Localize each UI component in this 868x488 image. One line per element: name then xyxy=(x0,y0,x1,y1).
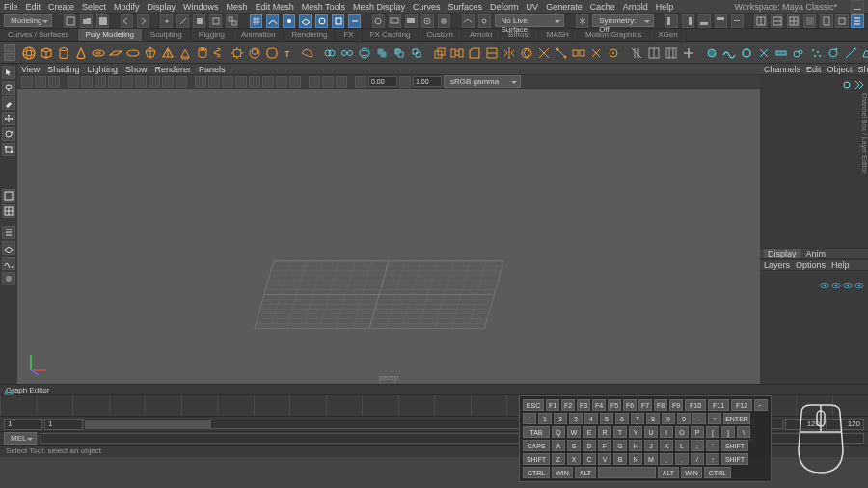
sidebar-attr-icon[interactable] xyxy=(820,14,833,28)
shelf-editor-icon[interactable] xyxy=(4,44,15,52)
menu-create[interactable]: Create xyxy=(48,2,74,12)
tool-settings-icon[interactable] xyxy=(841,79,853,91)
layout-single-icon[interactable] xyxy=(2,189,15,203)
sculpt-relax-icon[interactable] xyxy=(739,44,754,62)
motion-blur-icon[interactable] xyxy=(276,76,287,88)
smooth-shade-icon[interactable] xyxy=(208,76,220,88)
poly-sphere-icon[interactable] xyxy=(21,44,37,62)
tab-motiongraphics[interactable]: Motion Graphics xyxy=(578,29,650,41)
boolean-diff-icon[interactable] xyxy=(392,44,407,62)
menu-windows[interactable]: Windows xyxy=(183,2,219,12)
shelf-trash-icon[interactable] xyxy=(4,53,15,61)
scale-tool-icon[interactable] xyxy=(2,143,15,156)
poly-torus-icon[interactable] xyxy=(91,44,106,62)
render-ipr-icon[interactable] xyxy=(405,14,418,28)
detach-icon[interactable] xyxy=(571,44,586,62)
tab-polymodeling[interactable]: Poly Modeling xyxy=(78,29,143,41)
script-type-dropdown[interactable]: MEL xyxy=(4,432,37,445)
boolean-union-icon[interactable] xyxy=(374,44,390,62)
menu-meshtools[interactable]: Mesh Tools xyxy=(302,2,345,12)
channels-edit[interactable]: Edit xyxy=(806,65,822,74)
snap-point-icon[interactable] xyxy=(283,14,295,28)
menu-select[interactable]: Select xyxy=(82,2,106,12)
hypershade-icon[interactable] xyxy=(438,14,450,28)
circularize-icon[interactable] xyxy=(519,44,534,62)
symmetry-dropdown[interactable]: Symmetry: Off xyxy=(592,14,654,27)
persp-icon[interactable] xyxy=(2,241,15,255)
symmetry-icon[interactable] xyxy=(576,14,588,28)
camera-lock-icon[interactable] xyxy=(35,76,46,88)
poly-superellipse-icon[interactable] xyxy=(264,44,280,62)
eye-icon[interactable] xyxy=(854,282,864,289)
sculpt-grab-icon[interactable] xyxy=(704,44,719,62)
lasso-tool-icon[interactable] xyxy=(2,81,15,95)
attribute-editor-icon[interactable] xyxy=(854,79,865,91)
two-side-icon[interactable] xyxy=(81,76,93,88)
gamma-value[interactable]: 1.00 xyxy=(413,76,442,87)
new-scene-icon[interactable] xyxy=(64,14,76,28)
min-line-icon[interactable] xyxy=(731,14,744,28)
workspace-dropdown[interactable]: Maya Classic* xyxy=(782,2,837,12)
sculpt-pinch-icon[interactable] xyxy=(756,44,772,62)
tab-animation[interactable]: Animation xyxy=(233,29,285,41)
snap-curve-icon[interactable] xyxy=(266,14,279,28)
vp-shading[interactable]: Shading xyxy=(47,65,79,74)
poly-soccer-icon[interactable] xyxy=(247,44,262,62)
layers-options[interactable]: Options xyxy=(796,260,826,270)
menu-file[interactable]: File xyxy=(4,2,18,12)
eye-icon[interactable] xyxy=(820,282,829,289)
playback-start-field[interactable]: 1 xyxy=(44,419,83,430)
separate-icon[interactable] xyxy=(339,44,355,62)
snap-live-icon[interactable] xyxy=(315,14,328,28)
minimize-icon[interactable] xyxy=(851,0,864,14)
move-tool-icon[interactable] xyxy=(2,112,15,125)
tab-custom[interactable]: Custom xyxy=(419,29,462,41)
exposure-icon[interactable] xyxy=(355,76,366,88)
hypershade-toggle-icon[interactable] xyxy=(2,272,15,285)
sculpt-scrape-icon[interactable] xyxy=(860,44,868,62)
layout-a-icon[interactable] xyxy=(754,14,767,28)
view-transform-dropdown[interactable]: sRGB gamma xyxy=(444,75,521,88)
layout-d-icon[interactable] xyxy=(803,14,816,28)
display-tab[interactable]: Display xyxy=(764,249,800,258)
poly-platonic-icon[interactable] xyxy=(143,44,158,62)
construction-plane-icon[interactable] xyxy=(462,14,475,28)
safe-action-icon[interactable] xyxy=(162,76,174,88)
snap-view-icon[interactable] xyxy=(332,14,344,28)
boolean-intersect-icon[interactable] xyxy=(409,44,424,62)
layout-four-icon[interactable] xyxy=(2,204,15,218)
collapse-icon[interactable] xyxy=(536,44,552,62)
sculpt-repeat-icon[interactable] xyxy=(826,44,841,62)
graph-icon[interactable] xyxy=(2,257,15,270)
toggle-pane-d-icon[interactable] xyxy=(715,14,727,28)
menu-meshdisplay[interactable]: Mesh Display xyxy=(353,2,405,12)
crease-icon[interactable] xyxy=(681,44,696,62)
toggle-pane-a-icon[interactable] xyxy=(665,14,678,28)
sculpt-smooth-icon[interactable] xyxy=(721,44,737,62)
paint-select-icon[interactable] xyxy=(2,96,15,110)
textured-icon[interactable] xyxy=(222,76,233,88)
render-icon[interactable] xyxy=(389,14,401,28)
live-surface-dropdown[interactable]: No Live Surface xyxy=(495,14,565,27)
menu-surfaces[interactable]: Surfaces xyxy=(448,2,483,12)
xray-joints-icon[interactable] xyxy=(336,76,347,88)
menu-uv[interactable]: UV xyxy=(527,2,539,12)
sculpt-foamy-icon[interactable] xyxy=(791,44,806,62)
menuset-dropdown[interactable]: Modeling xyxy=(4,14,52,27)
tab-rigging[interactable]: Rigging xyxy=(191,29,233,41)
poly-cone-icon[interactable] xyxy=(73,44,89,62)
history-icon[interactable] xyxy=(372,14,385,28)
snap-grid-icon[interactable] xyxy=(250,14,262,28)
sculpt-flatten-icon[interactable] xyxy=(773,44,789,62)
tab-rendering[interactable]: Rendering xyxy=(284,29,336,41)
toggle-pane-c-icon[interactable] xyxy=(698,14,711,28)
eye-icon[interactable] xyxy=(843,282,853,289)
sidebar-channel-icon[interactable] xyxy=(851,14,864,28)
menu-editmesh[interactable]: Edit Mesh xyxy=(256,2,294,12)
extrude-icon[interactable] xyxy=(432,44,448,62)
grid-toggle-icon[interactable] xyxy=(95,76,106,88)
toggle-pane-b-icon[interactable] xyxy=(682,14,694,28)
channels-menu[interactable]: Channels xyxy=(764,65,800,74)
select-tool-icon[interactable] xyxy=(2,66,15,79)
use-lights-icon[interactable] xyxy=(235,76,247,88)
